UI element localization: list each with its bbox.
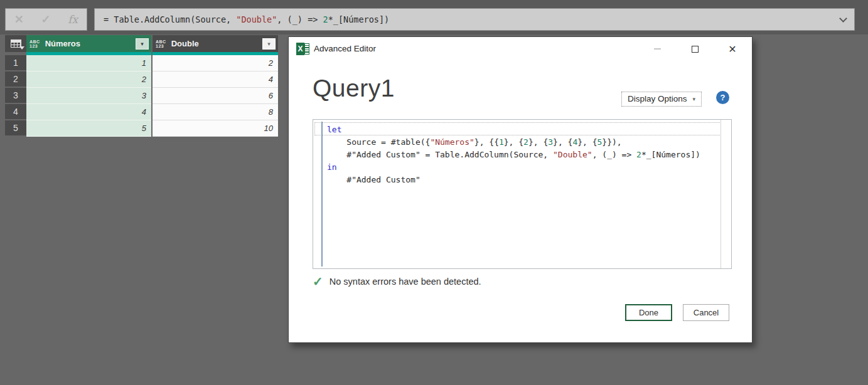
type-icon-abc: ABC <box>156 40 166 44</box>
code-line: #"Added Custom" = Table.AddColumn(Source… <box>327 149 719 161</box>
code-line: Source = #table({"Números"}, {{1}, {2}, … <box>327 136 719 149</box>
data-type-icon[interactable]: ABC 123 <box>29 40 40 48</box>
dialog-title: Advanced Editor <box>314 44 376 53</box>
filter-dropdown-button[interactable]: ▾ <box>262 38 276 50</box>
numeros-cell[interactable]: 4 <box>26 104 151 120</box>
maximize-icon <box>692 46 699 53</box>
status-message: No syntax errors have been detected. <box>330 277 481 287</box>
code-area[interactable]: let Source = #table({"Números"}, {{1}, {… <box>327 124 719 186</box>
fx-icon[interactable]: fx <box>68 13 78 26</box>
editor-margin-line <box>321 122 323 266</box>
column-label: Números <box>45 39 136 48</box>
formula-expand-button[interactable] <box>832 9 854 30</box>
m-code-editor[interactable]: let Source = #table({"Números"}, {{1}, {… <box>313 119 732 269</box>
chevron-down-icon <box>839 14 847 23</box>
caret-down-icon <box>19 46 24 50</box>
type-icon-123: 123 <box>156 44 164 48</box>
double-cell[interactable]: 8 <box>153 104 278 120</box>
chevron-down-icon: ▾ <box>692 96 695 102</box>
code-line: let <box>327 124 719 136</box>
help-icon[interactable]: ? <box>716 91 729 104</box>
code-line: in <box>327 161 719 174</box>
double-cell[interactable]: 2 <box>153 55 278 71</box>
type-icon-abc: ABC <box>29 40 40 44</box>
formula-bar[interactable]: = Table.AddColumn(Source, "Double", (_) … <box>94 8 855 31</box>
dialog-titlebar[interactable]: X Advanced Editor ✕ <box>289 37 752 61</box>
maximize-button[interactable] <box>687 41 703 56</box>
close-button[interactable]: ✕ <box>724 41 741 56</box>
formula-input[interactable]: = Table.AddColumn(Source, "Double", (_) … <box>95 14 832 24</box>
double-cell[interactable]: 6 <box>153 88 278 104</box>
filter-dropdown-button[interactable]: ▾ <box>136 38 149 50</box>
numeros-cell[interactable]: 2 <box>26 71 151 88</box>
commit-formula-icon[interactable]: ✓ <box>41 13 51 26</box>
cancel-formula-icon[interactable]: ✕ <box>14 13 24 26</box>
row-number-cell[interactable]: 2 <box>5 71 26 87</box>
row-number-cell[interactable]: 3 <box>5 88 26 103</box>
row-number-cell[interactable]: 1 <box>5 55 26 70</box>
display-options-dropdown[interactable]: Display Options ▾ <box>621 92 702 107</box>
row-number-cell[interactable]: 4 <box>5 104 26 119</box>
formula-buttons-group: ✕ ✓ fx <box>5 8 87 31</box>
double-cell[interactable]: 10 <box>153 120 278 137</box>
formula-bar-strip: ✕ ✓ fx = Table.AddColumn(Source, "Double… <box>0 0 868 34</box>
data-type-icon[interactable]: ABC 123 <box>156 40 166 48</box>
cancel-button[interactable]: Cancel <box>683 304 729 321</box>
type-icon-123: 123 <box>29 44 38 48</box>
double-cell[interactable]: 4 <box>153 71 278 88</box>
advanced-editor-dialog: X Advanced Editor ✕ Query1 Display Optio… <box>288 36 753 343</box>
display-options-label: Display Options <box>628 94 687 103</box>
excel-icon: X <box>296 43 310 55</box>
done-button[interactable]: Done <box>625 304 672 321</box>
table-select-all-button[interactable] <box>5 35 26 52</box>
numeros-cell[interactable]: 5 <box>26 120 151 137</box>
minimize-button[interactable] <box>649 41 665 56</box>
syntax-status: ✓ No syntax errors have been detected. <box>313 274 481 289</box>
editor-scrollbar-gutter[interactable] <box>721 120 731 268</box>
row-number-cell[interactable]: 5 <box>5 120 26 135</box>
code-line: #"Added Custom" <box>327 174 719 186</box>
numeros-cell[interactable]: 1 <box>26 55 151 71</box>
checkmark-icon: ✓ <box>313 274 323 289</box>
minimize-icon <box>654 48 661 50</box>
numeros-cell[interactable]: 3 <box>26 88 151 104</box>
column-header-double[interactable]: ABC 123 Double ▾ <box>153 35 278 52</box>
column-label: Double <box>171 39 262 48</box>
column-header-numeros[interactable]: ABC 123 Números ▾ <box>26 35 151 52</box>
query-name-heading: Query1 <box>313 75 395 102</box>
